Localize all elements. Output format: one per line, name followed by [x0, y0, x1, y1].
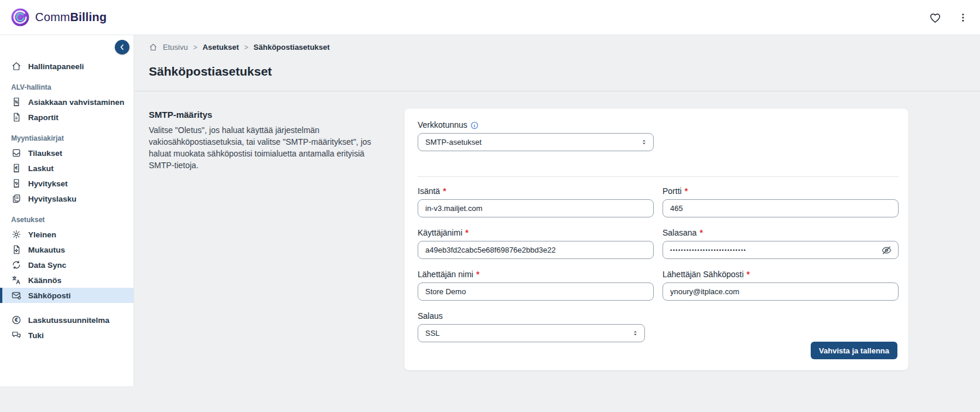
breadcrumb-etusivu[interactable]: Etusivu — [163, 43, 188, 52]
receipt-percent-icon — [11, 97, 22, 107]
field-port: Portti* — [663, 187, 899, 217]
field-domain: Verkkotunnus SMTP-asetukset — [418, 121, 654, 151]
port-label: Portti* — [663, 187, 899, 196]
sidebar-item-label: Tilaukset — [28, 149, 62, 158]
home-icon — [11, 61, 22, 71]
domain-select-value: SMTP-asetukset — [425, 138, 482, 147]
sidebar-collapse-button[interactable] — [115, 40, 129, 55]
row-sender: Lähettäjän nimi* Lähettäjän Sähköposti* — [418, 270, 899, 301]
brand-name: CommBilling — [35, 11, 107, 24]
domain-label-text: Verkkotunnus — [418, 121, 467, 130]
sidebar-item-laskutussuunnitelma[interactable]: Laskutussuunnitelma — [0, 312, 134, 328]
field-host: Isäntä* — [418, 187, 654, 217]
username-label: Käyttäjänimi* — [418, 229, 654, 237]
sync-icon — [11, 260, 22, 270]
brand-name-bold: Billing — [70, 11, 107, 23]
sidebar-item-yleinen[interactable]: Yleinen — [0, 227, 134, 242]
smtp-settings-card: Verkkotunnus SMTP-asetukset Isäntä* Port… — [404, 108, 909, 370]
card-divider — [418, 176, 899, 177]
select-stepper-icon — [631, 329, 639, 337]
sidebar-section-alv-hallinta: ALV-hallinta — [0, 82, 134, 93]
breadcrumb-separator: > — [244, 43, 248, 52]
field-username: Käyttäjänimi* — [418, 229, 654, 259]
document-gear-icon — [11, 244, 22, 255]
sidebar-item-label: Tuki — [28, 331, 44, 340]
title-divider — [135, 91, 980, 91]
domain-label: Verkkotunnus — [418, 121, 654, 130]
sender-email-label: Lähettäjän Sähköposti* — [663, 270, 899, 279]
breadcrumb-separator: > — [193, 43, 197, 52]
sidebar-item-hyvitykset[interactable]: Hyvitykset — [0, 176, 134, 191]
brand-logo[interactable]: CommBilling — [11, 8, 107, 27]
required-marker: * — [443, 187, 446, 196]
mail-gear-icon — [11, 290, 22, 301]
favorites-heart-icon[interactable] — [929, 12, 941, 24]
sidebar-item-label: Hyvityslasku — [28, 195, 77, 203]
translate-icon — [11, 275, 22, 285]
sidebar-group-gap — [0, 303, 134, 312]
smtp-section-text: Valitse "Oletus", jos haluat käyttää jär… — [149, 125, 390, 172]
smtp-section-title: SMTP-määritys — [149, 110, 390, 120]
page-title: Sähköpostiasetukset — [149, 64, 272, 79]
field-password: Salasana* — [663, 229, 899, 259]
smtp-section-description: SMTP-määritys Valitse "Oletus", jos halu… — [149, 110, 390, 172]
password-input[interactable] — [663, 241, 899, 259]
receipt-euro-icon — [11, 163, 22, 173]
sidebar-item-raportit[interactable]: Raportit — [0, 110, 134, 125]
header-actions — [929, 0, 968, 35]
username-input[interactable] — [418, 241, 654, 259]
chat-icon — [11, 330, 22, 341]
select-stepper-icon — [640, 138, 648, 146]
sidebar-item-label: Data Sync — [28, 261, 66, 270]
main-content: Etusivu > Asetukset > Sähköpostiasetukse… — [135, 35, 980, 412]
sidebar-item-label: Sähköposti — [28, 291, 71, 300]
host-input[interactable] — [418, 199, 654, 217]
required-marker: * — [699, 229, 702, 237]
port-input[interactable] — [663, 199, 899, 217]
encryption-select[interactable]: SSL — [418, 324, 645, 342]
breadcrumb-current: Sähköpostiasetukset — [254, 43, 330, 52]
sender-name-label: Lähettäjän nimi* — [418, 270, 654, 279]
sidebar-item-label: Hyvitykset — [28, 179, 68, 188]
sidebar-item-label: Yleinen — [28, 230, 56, 239]
password-label: Salasana* — [663, 229, 899, 237]
required-marker: * — [476, 270, 479, 279]
sender-name-input[interactable] — [418, 282, 654, 301]
sidebar-item-tilaukset[interactable]: Tilaukset — [0, 145, 134, 161]
save-button[interactable]: Vahvista ja tallenna — [811, 342, 897, 359]
sidebar-item-tuki[interactable]: Tuki — [0, 328, 134, 343]
brand-logo-icon — [11, 8, 30, 27]
gear-icon — [11, 229, 22, 240]
document-icon — [11, 112, 22, 122]
eye-off-icon[interactable] — [881, 244, 892, 256]
inbox-icon — [11, 148, 22, 158]
sidebar-item-kaannos[interactable]: Käännös — [0, 273, 134, 288]
sidebar-item-mukautus[interactable]: Mukautus — [0, 242, 134, 257]
sender-email-input[interactable] — [663, 282, 899, 301]
sidebar-item-hallintapaneeli[interactable]: Hallintapaneeli — [0, 59, 134, 74]
sidebar-item-sahkoposti[interactable]: Sähköposti — [0, 288, 134, 303]
required-marker: * — [685, 187, 688, 196]
field-sender-email: Lähettäjän Sähköposti* — [663, 270, 899, 301]
field-encryption: Salaus SSL — [418, 312, 645, 342]
encryption-label: Salaus — [418, 312, 645, 321]
euro-circle-icon — [11, 315, 22, 325]
breadcrumb-asetukset[interactable]: Asetukset — [203, 43, 239, 52]
row-host-port: Isäntä* Portti* — [418, 187, 899, 217]
sidebar-item-hyvityslasku[interactable]: Hyvityslasku — [0, 191, 134, 206]
sidebar-item-asiakkaan-vahvistaminen[interactable]: Asiakkaan vahvistaminen — [0, 94, 134, 110]
encryption-select-value: SSL — [425, 329, 440, 338]
sidebar-section-myyntiasiakirjat: Myyntiasiakirjat — [0, 133, 134, 144]
brand-name-regular: Comm — [35, 11, 70, 23]
sidebar-item-label: Asiakkaan vahvistaminen — [28, 98, 124, 107]
sidebar-item-label: Käännös — [28, 276, 62, 285]
sidebar-item-label: Hallintapaneeli — [28, 62, 84, 71]
kebab-menu-icon[interactable] — [958, 12, 968, 23]
sidebar-section-asetukset: Asetukset — [0, 214, 134, 225]
sidebar-item-label: Raportit — [28, 113, 59, 122]
domain-select[interactable]: SMTP-asetukset — [418, 133, 654, 151]
row-username-password: Käyttäjänimi* Salasana* — [418, 229, 899, 259]
info-icon[interactable] — [470, 121, 479, 130]
sidebar-item-data-sync[interactable]: Data Sync — [0, 257, 134, 273]
sidebar-item-laskut[interactable]: Laskut — [0, 161, 134, 176]
